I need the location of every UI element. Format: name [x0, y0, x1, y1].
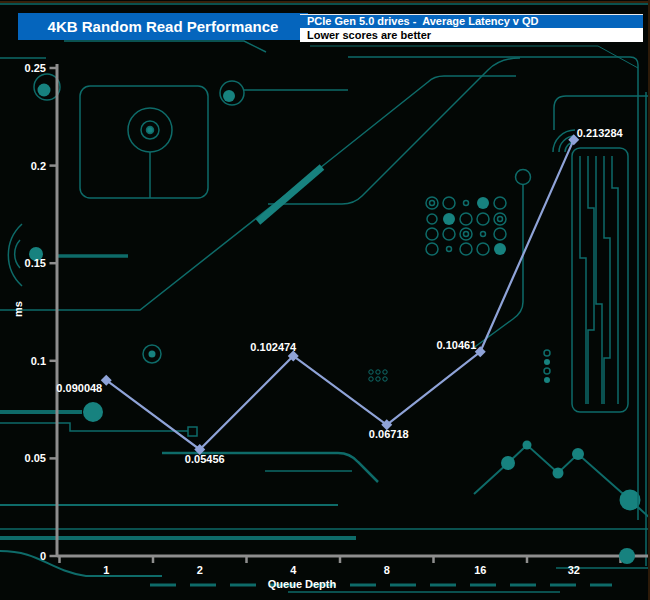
- y-tick-label: 0.05: [25, 452, 46, 464]
- y-axis-title: ms: [12, 301, 24, 317]
- x-tick-label: 32: [568, 564, 580, 576]
- x-tick-label: 16: [474, 564, 486, 576]
- circuit-board-pattern: [0, 4, 650, 592]
- data-point-label: 0.05456: [185, 453, 225, 465]
- chart-canvas: 00.050.10.150.20.2512481632msQueue Depth…: [0, 0, 650, 600]
- chart-subtitle-bar: PCIe Gen 5.0 drives - Average Latency v …: [300, 14, 643, 28]
- data-point-label: 0.213284: [577, 127, 624, 139]
- y-tick-label: 0: [40, 550, 46, 562]
- chart-note-bar: Lower scores are better: [300, 28, 643, 42]
- data-point-label: 0.06718: [369, 428, 409, 440]
- y-tick-label: 0.1: [31, 355, 46, 367]
- x-axis-title: Queue Depth: [268, 578, 337, 590]
- data-series-layer: 0.0900480.054560.1024740.067180.104610.2…: [56, 127, 623, 466]
- data-point-label: 0.10461: [436, 339, 476, 351]
- y-tick-label: 0.15: [25, 257, 46, 269]
- x-tick-label: 8: [384, 564, 390, 576]
- x-tick-label: 1: [103, 564, 109, 576]
- data-point-label: 0.090048: [56, 382, 102, 394]
- chart-screenshot: 00.050.10.150.20.2512481632msQueue Depth…: [0, 0, 650, 600]
- frame-border-top: [0, 1, 650, 3]
- x-tick-label: 4: [290, 564, 297, 576]
- data-point-label: 0.102474: [250, 341, 297, 353]
- x-tick-label: 2: [197, 564, 203, 576]
- y-tick-label: 0.2: [31, 160, 46, 172]
- chart-subheader: PCIe Gen 5.0 drives - Average Latency v …: [300, 14, 643, 42]
- latency-line: [106, 140, 574, 450]
- chart-title: 4KB Random Read Performance: [48, 18, 279, 35]
- y-tick-label: 0.25: [25, 62, 46, 74]
- chart-title-box: 4KB Random Read Performance: [18, 13, 308, 40]
- axes-layer: 00.050.10.150.20.2512481632msQueue Depth: [12, 62, 648, 590]
- axis-end-node: [619, 548, 635, 564]
